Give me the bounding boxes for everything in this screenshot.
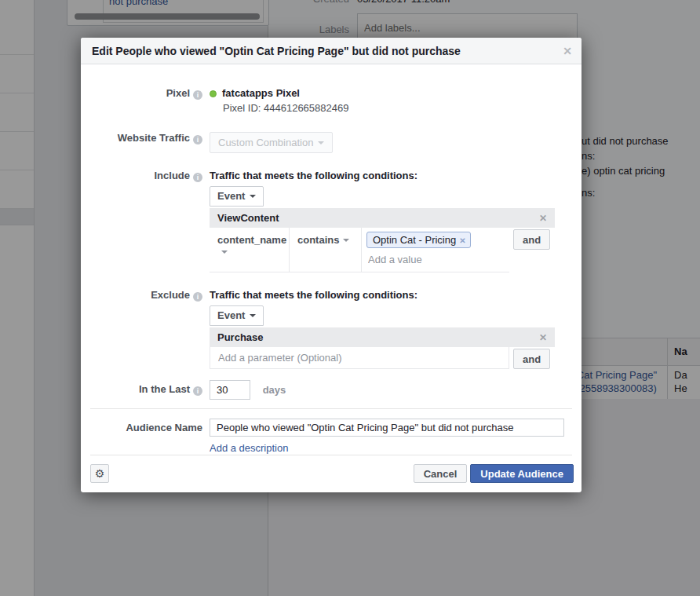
gear-icon[interactable]: ⚙ — [90, 464, 109, 483]
website-traffic-row: Website Traffici Custom Combination — [81, 129, 582, 153]
add-parameter-input[interactable] — [210, 347, 509, 369]
audience-name-row: Audience Name Add a description — [81, 419, 582, 454]
traffic-type-dropdown[interactable]: Custom Combination — [210, 132, 333, 153]
section-divider — [90, 408, 572, 409]
chevron-down-icon — [250, 195, 256, 198]
info-icon: i — [193, 90, 202, 100]
modal-title: Edit People who viewed "Optin Cat Pricin… — [92, 45, 563, 57]
exclude-row: Excludei Traffic that meets the followin… — [81, 286, 582, 369]
days-unit-label: days — [263, 384, 286, 396]
include-row: Includei Traffic that meets the followin… — [81, 166, 582, 272]
info-icon: i — [193, 173, 202, 182]
exclude-label: Excludei — [81, 286, 210, 369]
pixel-status-dot — [210, 90, 217, 97]
exclude-condition-row: and — [210, 347, 582, 369]
in-the-last-label: In the Lasti — [81, 380, 210, 400]
pixel-row: Pixeli fatcatapps Pixel Pixel ID: 444612… — [81, 84, 582, 114]
modal-footer: ⚙ Cancel Update Audience — [81, 455, 582, 492]
include-label: Includei — [81, 166, 210, 272]
modal-header: Edit People who viewed "Optin Cat Pricin… — [81, 38, 582, 64]
audience-name-label: Audience Name — [81, 419, 210, 454]
info-icon: i — [193, 386, 202, 396]
exclude-event-bar: Purchase ✕ — [210, 327, 555, 347]
add-value-input[interactable] — [366, 250, 505, 269]
cancel-button[interactable]: Cancel — [414, 464, 468, 483]
operator-dropdown[interactable]: contains — [290, 228, 362, 272]
include-event-bar: ViewContent ✕ — [210, 208, 555, 228]
exclude-intro: Traffic that meets the following conditi… — [210, 289, 582, 301]
pixel-id: Pixel ID: 444612665882469 — [210, 102, 582, 114]
close-icon[interactable]: ✕ — [563, 46, 572, 57]
include-event-dropdown[interactable]: Event — [210, 186, 264, 207]
days-input[interactable] — [210, 380, 250, 400]
pixel-label: Pixeli — [81, 84, 210, 114]
value-token: Optin Cat - Pricing✕ — [366, 232, 471, 248]
include-intro: Traffic that meets the following conditi… — [210, 170, 582, 181]
chevron-down-icon — [343, 239, 349, 242]
pixel-name: fatcatapps Pixel — [222, 87, 300, 99]
website-traffic-label: Website Traffici — [81, 129, 210, 153]
remove-event-icon[interactable]: ✕ — [539, 213, 547, 224]
chevron-down-icon — [221, 250, 228, 254]
info-icon: i — [193, 292, 202, 302]
info-icon: i — [193, 135, 202, 144]
edit-audience-modal: Edit People who viewed "Optin Cat Pricin… — [81, 38, 582, 492]
remove-token-icon[interactable]: ✕ — [459, 236, 465, 245]
include-condition-row: content_name contains Optin Cat - Pricin… — [210, 228, 582, 272]
update-audience-button[interactable]: Update Audience — [470, 464, 574, 483]
exclude-event-dropdown[interactable]: Event — [210, 305, 264, 326]
remove-event-icon[interactable]: ✕ — [539, 332, 547, 343]
event-name: ViewContent — [217, 212, 539, 224]
modal-body: Pixeli fatcatapps Pixel Pixel ID: 444612… — [81, 64, 582, 454]
in-the-last-row: In the Lasti days — [81, 380, 582, 400]
value-cell: Optin Cat - Pricing✕ — [362, 228, 509, 272]
chevron-down-icon — [318, 141, 324, 144]
chevron-down-icon — [250, 314, 256, 317]
include-and-button[interactable]: and — [513, 229, 550, 250]
event-name: Purchase — [217, 331, 539, 343]
exclude-and-button[interactable]: and — [513, 349, 550, 369]
add-description-link[interactable]: Add a description — [210, 442, 288, 454]
parameter-dropdown[interactable]: content_name — [210, 228, 290, 272]
audience-name-input[interactable] — [210, 419, 564, 437]
